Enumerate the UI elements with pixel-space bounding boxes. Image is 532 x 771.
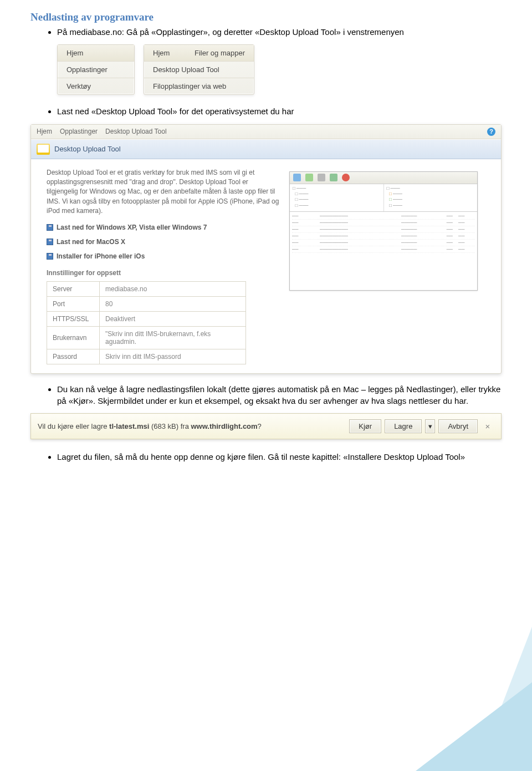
disk-icon	[47, 239, 53, 245]
setting-server-label: Server	[47, 282, 100, 297]
page-title: Nedlasting av programvare	[30, 11, 502, 23]
menu-panel-left: Hjem Opplastinger Verktøy	[57, 44, 135, 95]
setting-port-label: Port	[47, 297, 100, 312]
save-button[interactable]: Lagre	[385, 419, 422, 433]
bc-opplastinger[interactable]: Opplastinger	[60, 128, 98, 135]
save-dropdown-button[interactable]: ▾	[425, 419, 435, 433]
setting-server-value: mediabase.no	[100, 282, 246, 297]
download-ios-link[interactable]: Installer for iPhone eller iOs	[47, 252, 279, 260]
breadcrumb: Hjem Opplastinger Desktop Upload Tool ?	[31, 125, 501, 139]
setting-ssl-value: Deaktivert	[100, 312, 246, 327]
run-button[interactable]: Kjør	[349, 419, 381, 433]
menu-filer-label: Filer og mapper	[195, 49, 245, 57]
prompt-text: ?	[258, 422, 262, 430]
panel-title-bar: Desktop Upload Tool	[31, 139, 501, 159]
table-row: HTTPS/SSLDeaktivert	[47, 312, 246, 327]
download-ios-label: Installer for iPhone eller iOs	[57, 252, 145, 260]
setting-ssl-label: HTTPS/SSL	[47, 312, 100, 327]
settings-heading: Innstillinger for oppsett	[47, 269, 279, 277]
disk-icon	[47, 224, 53, 231]
bullet-1: På mediabase.no: Gå på «Opplastinger», o…	[57, 27, 502, 38]
menu-item-opplastinger[interactable]: Opplastinger	[58, 62, 134, 78]
menu-item-web[interactable]: Filopplastinger via web	[144, 78, 254, 94]
setting-user-value: "Skriv inn ditt IMS-brukernavn, f.eks ag…	[100, 327, 246, 349]
download-prompt-bar: Vil du kjøre eller lagre tl-latest.msi (…	[30, 413, 502, 439]
download-mac-link[interactable]: Last ned for MacOS X	[47, 238, 279, 246]
prompt-filename: tl-latest.msi	[109, 422, 149, 430]
download-windows-link[interactable]: Last ned for Windows XP, Vista eller Win…	[47, 224, 279, 231]
menu-panel-right: Hjem Filer og mapper Desktop Upload Tool…	[144, 44, 254, 95]
bullet-3: Du kan nå velge å lagre nedlastingsfilen…	[57, 384, 502, 407]
setting-user-label: Brukernavn	[47, 327, 100, 349]
folder-icon	[37, 144, 50, 155]
menu-hjem-label: Hjem	[153, 49, 170, 57]
setting-pass-label: Passord	[47, 349, 100, 364]
prompt-domain: www.thirdlight.com	[191, 422, 257, 430]
cancel-button[interactable]: Avbryt	[438, 419, 478, 433]
prompt-text: Vil du kjøre eller lagre	[38, 422, 109, 430]
menu-item-hjem[interactable]: Hjem	[58, 45, 134, 62]
table-row: PassordSkriv inn ditt IMS-passord	[47, 349, 246, 364]
menu-screenshots: Hjem Opplastinger Verktøy Hjem Filer og …	[57, 44, 502, 95]
bullet-2: Last ned «Desktop Upload Tool» for det o…	[57, 106, 502, 117]
download-mac-label: Last ned for MacOS X	[57, 238, 125, 246]
download-windows-label: Last ned for Windows XP, Vista eller Win…	[57, 224, 207, 231]
help-icon[interactable]: ?	[487, 128, 495, 136]
setting-port-value: 80	[100, 297, 246, 312]
description-text: Desktop Upload Tool er et gratis verktøy…	[47, 168, 279, 216]
bc-hjem[interactable]: Hjem	[37, 128, 52, 135]
bc-dut[interactable]: Desktop Upload Tool	[105, 128, 167, 135]
menu-item-verktoy[interactable]: Verktøy	[58, 78, 134, 94]
decorative-triangle	[416, 682, 532, 771]
close-icon[interactable]: ×	[481, 422, 494, 431]
prompt-text: (683 kB) fra	[149, 422, 191, 430]
menu-header: Hjem Filer og mapper	[144, 45, 254, 62]
disk-icon	[47, 253, 53, 260]
settings-table: Servermediabase.no Port80 HTTPS/SSLDeakt…	[47, 281, 246, 364]
table-row: Port80	[47, 297, 246, 312]
download-prompt-message: Vil du kjøre eller lagre tl-latest.msi (…	[38, 422, 346, 430]
table-row: Brukernavn"Skriv inn ditt IMS-brukernavn…	[47, 327, 246, 349]
menu-item-dut[interactable]: Desktop Upload Tool	[144, 62, 254, 78]
bullet-4: Lagret du filen, så må du hente opp denn…	[57, 452, 502, 463]
panel-title: Desktop Upload Tool	[54, 145, 121, 153]
table-row: Servermediabase.no	[47, 282, 246, 297]
setting-pass-value: Skriv inn ditt IMS-passord	[100, 349, 246, 364]
tool-panel: Hjem Opplastinger Desktop Upload Tool ? …	[30, 124, 502, 374]
app-preview-image: □ ─── □ ─── □ ─── □ ─── □ ─── □ ─── □ ──…	[289, 171, 478, 291]
